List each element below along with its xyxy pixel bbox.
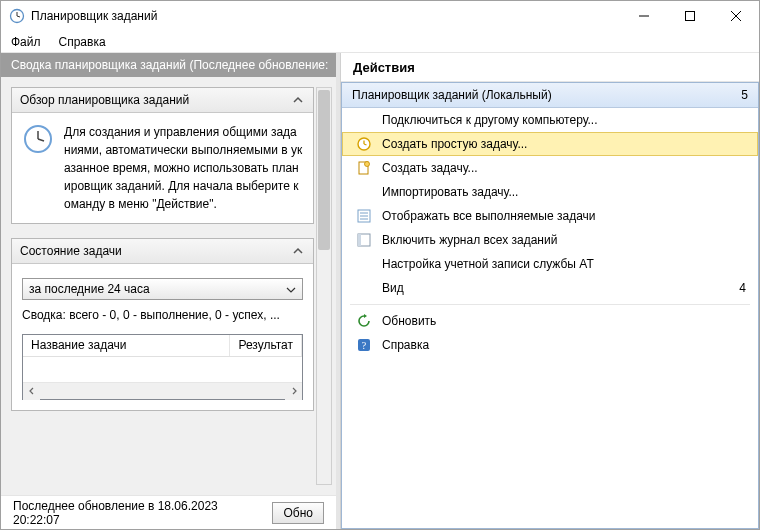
refresh-button[interactable]: Обно — [272, 502, 324, 524]
maximize-button[interactable] — [667, 1, 713, 31]
svg-rect-20 — [358, 234, 361, 246]
action-import[interactable]: Импортировать задачу... — [342, 180, 758, 204]
action-connect[interactable]: Подключиться к другому компьютеру... — [342, 108, 758, 132]
chevron-down-icon — [286, 284, 296, 294]
help-icon: ? — [356, 337, 372, 353]
svg-point-14 — [365, 162, 370, 167]
action-label: Справка — [382, 338, 429, 352]
action-enable-log[interactable]: Включить журнал всех заданий — [342, 228, 758, 252]
svg-line-12 — [364, 144, 367, 145]
overview-title: Обзор планировщика заданий — [20, 93, 189, 107]
scroll-right-icon[interactable] — [285, 383, 302, 400]
collapse-icon[interactable] — [291, 244, 305, 258]
status-section: Состояние задачи за последние 24 часа Св… — [11, 238, 314, 411]
action-label: Настройка учетной записи службы AT — [382, 257, 594, 271]
summary-header: Сводка планировщика заданий (Последнее о… — [1, 53, 336, 77]
action-help[interactable]: ? Справка — [342, 333, 758, 357]
clock-icon — [9, 8, 25, 24]
list-icon — [356, 208, 372, 224]
menu-bar: Файл Справка — [1, 31, 759, 53]
clock-icon — [22, 123, 54, 155]
task-table: Название задачи Результат — [22, 334, 303, 400]
action-refresh[interactable]: Обновить — [342, 309, 758, 333]
dropdown-value: за последние 24 часа — [29, 282, 150, 296]
scroll-left-icon[interactable] — [23, 383, 40, 400]
scroll-thumb[interactable] — [318, 90, 330, 250]
action-label: Обновить — [382, 314, 436, 328]
last-update-text: Последнее обновление в 18.06.2023 20:22:… — [13, 499, 258, 527]
log-icon — [356, 232, 372, 248]
action-create-task[interactable]: Создать задачу... — [342, 156, 758, 180]
title-bar: Планировщик заданий — [1, 1, 759, 31]
horizontal-scrollbar[interactable] — [23, 382, 302, 399]
action-view[interactable]: Вид 4 — [342, 276, 758, 300]
actions-header-number: 5 — [741, 88, 748, 102]
actions-header: Планировщик заданий (Локальный) 5 — [342, 83, 758, 108]
status-title: Состояние задачи — [20, 244, 122, 258]
action-label: Создать задачу... — [382, 161, 478, 175]
view-label: Вид — [382, 281, 404, 295]
collapse-icon[interactable] — [291, 93, 305, 107]
separator — [350, 304, 750, 305]
action-label: Включить журнал всех заданий — [382, 233, 557, 247]
window-title: Планировщик заданий — [31, 9, 621, 23]
document-icon — [356, 160, 372, 176]
col-result[interactable]: Результат — [230, 335, 302, 356]
actions-header-label: Планировщик заданий (Локальный) — [352, 88, 552, 102]
col-name[interactable]: Название задачи — [23, 335, 230, 356]
action-label: Создать простую задачу... — [382, 137, 527, 151]
vertical-scrollbar[interactable] — [316, 87, 332, 485]
action-label: Подключиться к другому компьютеру... — [382, 113, 598, 127]
minimize-button[interactable] — [621, 1, 667, 31]
action-label: Отображать все выполняемые задачи — [382, 209, 596, 223]
action-label: Импортировать задачу... — [382, 185, 518, 199]
status-bar: Последнее обновление в 18.06.2023 20:22:… — [1, 495, 336, 529]
timeframe-dropdown[interactable]: за последние 24 часа — [22, 278, 303, 300]
stats-text: Сводка: всего - 0, 0 - выполнение, 0 - у… — [22, 308, 303, 322]
menu-file[interactable]: Файл — [11, 35, 41, 49]
svg-rect-4 — [686, 12, 695, 21]
action-show-running[interactable]: Отображать все выполняемые задачи — [342, 204, 758, 228]
menu-help[interactable]: Справка — [59, 35, 106, 49]
actions-title: Действия — [341, 53, 759, 82]
close-button[interactable] — [713, 1, 759, 31]
view-number: 4 — [739, 281, 748, 295]
action-create-basic[interactable]: Создать простую задачу... — [342, 132, 758, 156]
action-at-account[interactable]: Настройка учетной записи службы AT — [342, 252, 758, 276]
clock-icon — [356, 136, 372, 152]
overview-section: Обзор планировщика заданий Для создания … — [11, 87, 314, 224]
svg-text:?: ? — [362, 340, 367, 351]
refresh-icon — [356, 313, 372, 329]
overview-text: Для создания и управления общими задания… — [64, 123, 303, 213]
